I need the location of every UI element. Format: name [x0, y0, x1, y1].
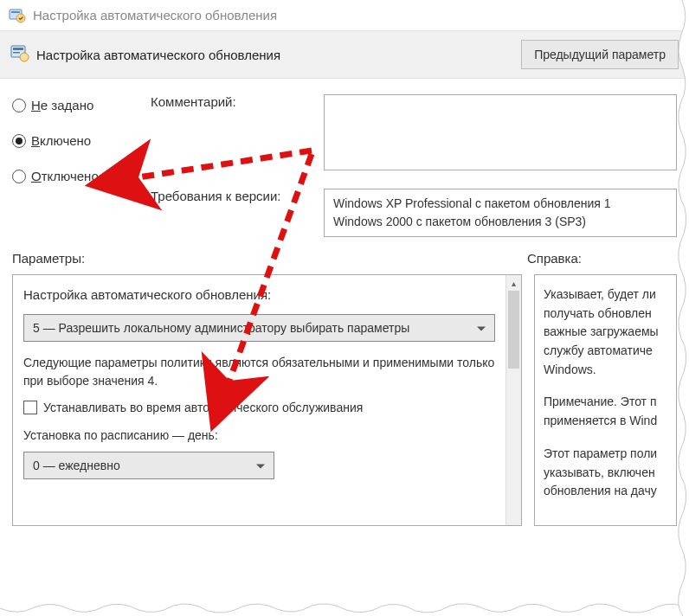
header-band: Настройка автоматического обновления Пре… — [0, 31, 689, 79]
radio-icon — [12, 99, 26, 112]
radio-disabled[interactable]: Отключено — [12, 169, 142, 183]
checkbox-icon — [23, 401, 37, 414]
help-paragraph: Этот параметр поли указывать, включен об… — [544, 445, 667, 501]
help-paragraph: Примечание. Этот п применяется в Wind — [544, 393, 667, 430]
bottom-grid: Настройка автоматического обновления: 5 … — [0, 269, 689, 538]
update-mode-dropdown[interactable]: 5 — Разрешить локальному администратору … — [23, 314, 495, 342]
requirement-line: Windows XP Professional с пакетом обновл… — [333, 195, 667, 213]
titlebar-text: Настройка автоматического обновления — [33, 8, 277, 22]
radio-icon — [12, 170, 26, 183]
radio-icon — [12, 134, 26, 148]
radio-enabled[interactable]: Включено — [12, 133, 142, 148]
scroll-up-icon: ▴ — [506, 275, 521, 291]
requirements-label: Требования к версии: — [151, 189, 315, 203]
maintenance-checkbox-row[interactable]: Устанавливать во время автоматического о… — [23, 401, 495, 414]
previous-param-button[interactable]: Предыдущий параметр — [521, 40, 679, 69]
scroll-track — [506, 291, 521, 510]
header-icon — [10, 44, 29, 66]
radio-not-configured[interactable]: Не задано — [12, 98, 142, 112]
torn-edge-bottom — [0, 600, 689, 616]
radio-label: Включено — [31, 133, 91, 148]
schedule-day-dropdown[interactable]: 0 — ежедневно — [23, 452, 274, 479]
scrollbar[interactable]: ▴ — [505, 275, 521, 525]
params-panel: Настройка автоматического обновления: 5 … — [12, 274, 522, 526]
comment-label: Комментарий: — [151, 94, 315, 109]
params-note: Следующие параметры политики являются об… — [23, 354, 495, 390]
sections-row: Параметры: Справка: — [0, 246, 689, 269]
main-area: Не задано Включено Отключено Комментарий… — [0, 79, 689, 246]
svg-rect-4 — [13, 48, 23, 50]
requirements-box: Windows XP Professional с пакетом обновл… — [324, 189, 677, 237]
comment-textarea[interactable] — [324, 94, 677, 170]
checkbox-label: Устанавливать во время автоматического о… — [43, 401, 363, 414]
scroll-thumb[interactable] — [508, 291, 519, 369]
svg-point-2 — [16, 14, 25, 22]
requirement-line: Windows 2000 с пакетом обновления 3 (SP3… — [333, 213, 667, 231]
params-heading: Настройка автоматического обновления: — [23, 287, 495, 302]
page-title: Настройка автоматического обновления — [36, 48, 280, 62]
dropdown-value: 0 — ежедневно — [33, 459, 120, 472]
schedule-label: Установка по расписанию — день: — [23, 427, 495, 445]
help-paragraph: Указывает, будет ли получать обновлен ва… — [544, 286, 667, 379]
svg-rect-1 — [11, 11, 20, 13]
svg-rect-5 — [13, 52, 20, 54]
radio-label: Не задано — [31, 98, 93, 112]
state-radio-group: Не задано Включено Отключено — [12, 94, 142, 237]
params-section-label: Параметры: — [12, 251, 85, 266]
titlebar: Настройка автоматического обновления — [0, 0, 689, 31]
policy-icon — [9, 7, 26, 24]
help-section-label: Справка: — [527, 251, 582, 266]
radio-label: Отключено — [31, 169, 99, 183]
svg-point-6 — [20, 53, 29, 61]
help-panel: Указывает, будет ли получать обновлен ва… — [534, 274, 677, 526]
dropdown-value: 5 — Разрешить локальному администратору … — [33, 321, 409, 335]
